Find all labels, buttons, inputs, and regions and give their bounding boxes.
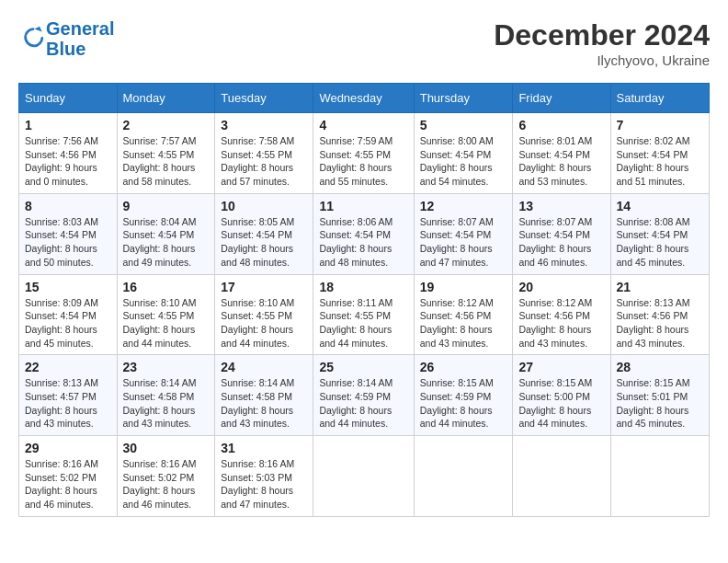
- day-cell: 29Sunrise: 8:16 AM Sunset: 5:02 PM Dayli…: [19, 436, 118, 517]
- day-number: 18: [319, 280, 407, 294]
- day-cell: 11Sunrise: 8:06 AM Sunset: 4:54 PM Dayli…: [313, 193, 414, 274]
- day-number: 20: [518, 280, 604, 294]
- day-cell: 28Sunrise: 8:15 AM Sunset: 5:01 PM Dayli…: [610, 355, 710, 436]
- day-info: Sunrise: 8:01 AM Sunset: 4:54 PM Dayligh…: [518, 134, 604, 189]
- day-info: Sunrise: 8:10 AM Sunset: 4:55 PM Dayligh…: [123, 296, 210, 350]
- day-number: 31: [221, 441, 307, 455]
- day-info: Sunrise: 8:16 AM Sunset: 5:02 PM Dayligh…: [25, 457, 111, 511]
- day-info: Sunrise: 8:06 AM Sunset: 4:54 PM Dayligh…: [319, 215, 407, 270]
- day-number: 28: [617, 360, 704, 374]
- day-number: 23: [123, 360, 210, 374]
- day-number: 1: [25, 118, 111, 132]
- day-cell: 19Sunrise: 8:12 AM Sunset: 4:56 PM Dayli…: [414, 274, 513, 355]
- day-header-thursday: Thursday: [414, 84, 513, 113]
- day-number: 22: [25, 360, 111, 374]
- day-cell: [610, 436, 710, 517]
- week-row-1: 1Sunrise: 7:56 AM Sunset: 4:56 PM Daylig…: [19, 113, 710, 194]
- day-info: Sunrise: 8:02 AM Sunset: 4:54 PM Dayligh…: [617, 134, 704, 189]
- day-number: 3: [221, 118, 307, 132]
- week-row-4: 22Sunrise: 8:13 AM Sunset: 4:57 PM Dayli…: [19, 355, 710, 436]
- day-cell: 18Sunrise: 8:11 AM Sunset: 4:55 PM Dayli…: [313, 274, 414, 355]
- month-title: December 2024: [494, 18, 710, 52]
- calendar-table: SundayMondayTuesdayWednesdayThursdayFrid…: [18, 83, 710, 517]
- day-number: 7: [617, 118, 704, 132]
- day-cell: 30Sunrise: 8:16 AM Sunset: 5:02 PM Dayli…: [117, 436, 215, 517]
- day-info: Sunrise: 8:13 AM Sunset: 4:57 PM Dayligh…: [25, 376, 111, 431]
- day-info: Sunrise: 8:07 AM Sunset: 4:54 PM Dayligh…: [518, 215, 604, 270]
- day-info: Sunrise: 8:11 AM Sunset: 4:55 PM Dayligh…: [319, 296, 407, 350]
- day-cell: 1Sunrise: 7:56 AM Sunset: 4:56 PM Daylig…: [19, 113, 118, 194]
- day-info: Sunrise: 8:14 AM Sunset: 4:58 PM Dayligh…: [123, 376, 210, 431]
- week-row-5: 29Sunrise: 8:16 AM Sunset: 5:02 PM Dayli…: [19, 436, 710, 517]
- day-cell: [414, 436, 513, 517]
- day-info: Sunrise: 8:07 AM Sunset: 4:54 PM Dayligh…: [420, 215, 507, 270]
- day-number: 8: [25, 199, 111, 213]
- day-info: Sunrise: 8:05 AM Sunset: 4:54 PM Dayligh…: [221, 215, 307, 270]
- day-cell: 8Sunrise: 8:03 AM Sunset: 4:54 PM Daylig…: [19, 193, 118, 274]
- day-cell: 23Sunrise: 8:14 AM Sunset: 4:58 PM Dayli…: [117, 355, 215, 436]
- day-info: Sunrise: 8:04 AM Sunset: 4:54 PM Dayligh…: [123, 215, 210, 270]
- day-number: 2: [123, 118, 210, 132]
- day-header-monday: Monday: [117, 84, 215, 113]
- day-info: Sunrise: 8:10 AM Sunset: 4:55 PM Dayligh…: [221, 296, 307, 350]
- logo-text: General Blue: [46, 18, 114, 59]
- day-header-friday: Friday: [513, 84, 610, 113]
- day-cell: 2Sunrise: 7:57 AM Sunset: 4:55 PM Daylig…: [117, 113, 215, 194]
- day-number: 24: [221, 360, 307, 374]
- day-number: 14: [617, 199, 704, 213]
- day-number: 4: [319, 118, 407, 132]
- day-header-wednesday: Wednesday: [313, 84, 414, 113]
- day-number: 21: [617, 280, 704, 294]
- day-number: 30: [123, 441, 210, 455]
- day-cell: 20Sunrise: 8:12 AM Sunset: 4:56 PM Dayli…: [513, 274, 610, 355]
- day-cell: 27Sunrise: 8:15 AM Sunset: 5:00 PM Dayli…: [513, 355, 610, 436]
- day-number: 15: [25, 280, 111, 294]
- day-cell: [313, 436, 414, 517]
- day-info: Sunrise: 8:09 AM Sunset: 4:54 PM Dayligh…: [25, 296, 111, 350]
- day-number: 6: [518, 118, 604, 132]
- day-info: Sunrise: 8:03 AM Sunset: 4:54 PM Dayligh…: [25, 215, 111, 270]
- header-row: SundayMondayTuesdayWednesdayThursdayFrid…: [19, 84, 710, 113]
- day-info: Sunrise: 8:16 AM Sunset: 5:02 PM Dayligh…: [123, 457, 210, 511]
- day-cell: 15Sunrise: 8:09 AM Sunset: 4:54 PM Dayli…: [19, 274, 118, 355]
- day-number: 26: [420, 360, 507, 374]
- day-cell: 17Sunrise: 8:10 AM Sunset: 4:55 PM Dayli…: [215, 274, 313, 355]
- day-cell: 14Sunrise: 8:08 AM Sunset: 4:54 PM Dayli…: [610, 193, 710, 274]
- day-number: 10: [221, 199, 307, 213]
- day-cell: 31Sunrise: 8:16 AM Sunset: 5:03 PM Dayli…: [215, 436, 313, 517]
- logo-icon: [20, 24, 46, 50]
- page-header: General Blue December 2024 Ilychyovo, Uk…: [18, 18, 710, 68]
- day-number: 19: [420, 280, 507, 294]
- day-cell: 10Sunrise: 8:05 AM Sunset: 4:54 PM Dayli…: [215, 193, 313, 274]
- day-cell: 25Sunrise: 8:14 AM Sunset: 4:59 PM Dayli…: [313, 355, 414, 436]
- day-header-saturday: Saturday: [610, 84, 710, 113]
- day-number: 11: [319, 199, 407, 213]
- day-info: Sunrise: 7:57 AM Sunset: 4:55 PM Dayligh…: [123, 134, 210, 189]
- day-info: Sunrise: 8:12 AM Sunset: 4:56 PM Dayligh…: [518, 296, 604, 350]
- day-number: 13: [518, 199, 604, 213]
- day-cell: 4Sunrise: 7:59 AM Sunset: 4:55 PM Daylig…: [313, 113, 414, 194]
- day-number: 9: [123, 199, 210, 213]
- week-row-3: 15Sunrise: 8:09 AM Sunset: 4:54 PM Dayli…: [19, 274, 710, 355]
- day-cell: 7Sunrise: 8:02 AM Sunset: 4:54 PM Daylig…: [610, 113, 710, 194]
- day-info: Sunrise: 7:59 AM Sunset: 4:55 PM Dayligh…: [319, 134, 407, 189]
- day-number: 25: [319, 360, 407, 374]
- day-info: Sunrise: 8:14 AM Sunset: 4:58 PM Dayligh…: [221, 376, 307, 431]
- day-cell: 3Sunrise: 7:58 AM Sunset: 4:55 PM Daylig…: [215, 113, 313, 194]
- day-info: Sunrise: 8:15 AM Sunset: 4:59 PM Dayligh…: [420, 376, 507, 431]
- day-cell: [513, 436, 610, 517]
- day-info: Sunrise: 7:56 AM Sunset: 4:56 PM Dayligh…: [25, 134, 111, 189]
- day-info: Sunrise: 8:15 AM Sunset: 5:01 PM Dayligh…: [617, 376, 704, 431]
- day-number: 5: [420, 118, 507, 132]
- day-info: Sunrise: 8:15 AM Sunset: 5:00 PM Dayligh…: [518, 376, 604, 431]
- day-cell: 26Sunrise: 8:15 AM Sunset: 4:59 PM Dayli…: [414, 355, 513, 436]
- day-cell: 16Sunrise: 8:10 AM Sunset: 4:55 PM Dayli…: [117, 274, 215, 355]
- day-number: 27: [518, 360, 604, 374]
- day-info: Sunrise: 8:08 AM Sunset: 4:54 PM Dayligh…: [617, 215, 704, 270]
- day-number: 12: [420, 199, 507, 213]
- day-header-tuesday: Tuesday: [215, 84, 313, 113]
- day-cell: 13Sunrise: 8:07 AM Sunset: 4:54 PM Dayli…: [513, 193, 610, 274]
- day-info: Sunrise: 8:00 AM Sunset: 4:54 PM Dayligh…: [420, 134, 507, 189]
- day-cell: 9Sunrise: 8:04 AM Sunset: 4:54 PM Daylig…: [117, 193, 215, 274]
- day-cell: 6Sunrise: 8:01 AM Sunset: 4:54 PM Daylig…: [513, 113, 610, 194]
